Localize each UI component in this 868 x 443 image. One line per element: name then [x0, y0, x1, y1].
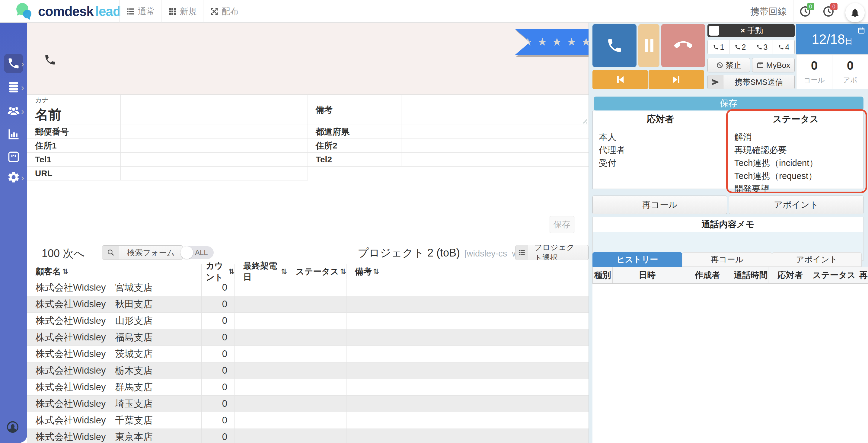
sidebar-item-call[interactable] — [4, 54, 23, 73]
line-button[interactable]: 1 — [708, 40, 730, 54]
app-logo[interactable]: comdesklead — [15, 0, 121, 23]
sidebar-item-board[interactable] — [4, 147, 23, 166]
mobile-line-label[interactable]: 携帯回線 — [744, 0, 794, 23]
line-button[interactable]: 4 — [773, 40, 794, 54]
table-row[interactable]: 株式会社Widsley 福島支店 0 — [27, 329, 589, 346]
sort-icon[interactable]: ⇅ — [62, 267, 68, 276]
chevron-right-icon[interactable]: › — [21, 172, 26, 183]
tel1-field[interactable] — [121, 153, 308, 166]
sidebar-item-customers[interactable] — [4, 101, 23, 120]
addr2-field[interactable] — [401, 139, 589, 153]
ban-button[interactable]: 禁止 — [707, 58, 750, 72]
header-count[interactable]: カウント⇅ — [202, 264, 235, 279]
memo-input[interactable] — [401, 95, 589, 125]
save-button[interactable]: 保存 — [594, 97, 864, 110]
search-form-button[interactable]: 検索フォーム — [102, 245, 183, 260]
nav-item-distribute[interactable]: 配布 — [203, 0, 245, 23]
tel1-input[interactable] — [121, 153, 308, 166]
sort-icon[interactable]: ⇅ — [340, 267, 346, 276]
next-record-button[interactable] — [649, 70, 704, 89]
line-button[interactable]: 2 — [730, 40, 751, 54]
history-header-recall[interactable]: 再コール — [856, 267, 868, 283]
manual-mode-toggle[interactable]: ×手動 — [707, 24, 795, 37]
table-row[interactable]: 株式会社Widsley 栃木支店 0 — [27, 362, 589, 379]
call-button[interactable] — [592, 24, 637, 67]
header-status[interactable]: ステータス⇅ — [287, 264, 346, 279]
next-100-link[interactable]: 100 次へ — [42, 246, 85, 261]
memo-field[interactable] — [401, 95, 589, 125]
project-select-button[interactable]: プロジェクト選択 — [515, 245, 589, 260]
pref-field[interactable] — [401, 125, 589, 139]
table-row[interactable]: 株式会社Widsley 千葉支店 0 — [27, 412, 589, 429]
hangup-button[interactable] — [661, 24, 705, 67]
history-header-type[interactable]: 種別 — [593, 267, 613, 283]
table-row[interactable]: 株式会社Widsley 東京本店 0 — [27, 429, 589, 443]
table-row[interactable]: 株式会社Widsley 宮城支店 0 — [27, 279, 589, 296]
history-header-status[interactable]: ステータス — [812, 267, 856, 283]
timer-red-button[interactable]: 0 — [817, 0, 840, 23]
history-header-datetime[interactable]: 日時 — [613, 267, 682, 283]
sidebar-item-settings[interactable] — [4, 167, 23, 187]
chevron-right-icon[interactable]: › — [21, 106, 26, 117]
status-option[interactable]: Tech連携（request） — [734, 169, 863, 183]
all-toggle[interactable]: ALL — [181, 246, 214, 259]
tab-appointment[interactable]: アポイント — [772, 252, 862, 267]
pause-button[interactable] — [638, 24, 659, 67]
chevron-right-icon[interactable]: › — [21, 83, 26, 93]
addr1-input[interactable] — [121, 139, 308, 152]
respondent-option[interactable]: 本人 — [599, 131, 728, 144]
zip-input[interactable] — [121, 125, 308, 138]
status-option[interactable]: 再現確認必要 — [734, 144, 863, 157]
sms-send-button[interactable]: 携帯SMS送信 — [707, 75, 795, 89]
header-memo[interactable]: 備考⇅ — [346, 264, 589, 279]
sort-icon[interactable]: ⇅ — [228, 267, 235, 276]
tel2-input[interactable] — [401, 153, 589, 166]
manual-checkbox[interactable] — [709, 26, 719, 36]
history-header-author[interactable]: 作成者 — [682, 267, 734, 283]
date-selector[interactable]: 12/18日 — [796, 24, 868, 54]
table-row[interactable]: 株式会社Widsley 茨城支店 0 — [27, 346, 589, 362]
addr1-field[interactable] — [121, 139, 308, 153]
table-row[interactable]: 株式会社Widsley 山形支店 0 — [27, 313, 589, 329]
sidebar-item-analytics[interactable] — [4, 125, 23, 144]
mybox-button[interactable]: MyBox — [752, 58, 795, 72]
addr2-input[interactable] — [401, 139, 589, 152]
respondent-option[interactable]: 受付 — [599, 157, 728, 169]
chevron-right-icon[interactable]: › — [21, 59, 26, 69]
zip-field[interactable] — [121, 125, 308, 139]
history-list[interactable] — [592, 284, 868, 443]
status-option[interactable]: 解消 — [734, 131, 863, 144]
history-header-respondent[interactable]: 応対者 — [768, 267, 812, 283]
timer-green-button[interactable]: 0 — [794, 0, 817, 23]
status-option[interactable]: 開発要望 — [734, 183, 863, 195]
form-save-button[interactable]: 保存 — [549, 216, 575, 233]
history-header-duration[interactable]: 通話時間 — [733, 267, 768, 283]
header-customer-name[interactable]: 顧客名⇅ — [27, 264, 202, 279]
account-icon[interactable] — [6, 420, 20, 434]
pref-input[interactable] — [401, 125, 589, 138]
line-button[interactable]: 3 — [751, 40, 773, 54]
star-rating[interactable]: ★★★★★ — [523, 36, 596, 48]
table-row[interactable]: 株式会社Widsley 群馬支店 0 — [27, 379, 589, 395]
previous-record-button[interactable] — [592, 70, 648, 89]
table-row[interactable]: 株式会社Widsley 秋田支店 0 — [27, 296, 589, 313]
status-option[interactable]: Tech連携（incident） — [734, 157, 863, 169]
tab-recall[interactable]: 再コール — [682, 252, 772, 267]
url-input[interactable] — [121, 166, 308, 180]
name-input[interactable] — [121, 95, 308, 125]
sort-icon[interactable]: ⇅ — [373, 267, 379, 276]
appointment-button[interactable]: アポイント — [729, 195, 864, 214]
sidebar-item-data[interactable] — [4, 77, 23, 97]
header-last-call[interactable]: 最終架電日⇅ — [235, 264, 287, 279]
sort-icon[interactable]: ⇅ — [281, 267, 287, 276]
notifications-button[interactable] — [845, 3, 865, 22]
tel2-field[interactable] — [401, 153, 589, 166]
name-field[interactable] — [121, 95, 308, 125]
respondent-option[interactable]: 代理者 — [599, 144, 728, 157]
nav-item-new[interactable]: 新規 — [161, 0, 203, 23]
table-row[interactable]: 株式会社Widsley 埼玉支店 0 — [27, 395, 589, 412]
nav-item-normal[interactable]: 通常 — [119, 0, 161, 23]
url-field[interactable] — [121, 166, 308, 181]
tab-history[interactable]: ヒストリー — [592, 252, 682, 267]
recall-button[interactable]: 再コール — [592, 195, 727, 214]
